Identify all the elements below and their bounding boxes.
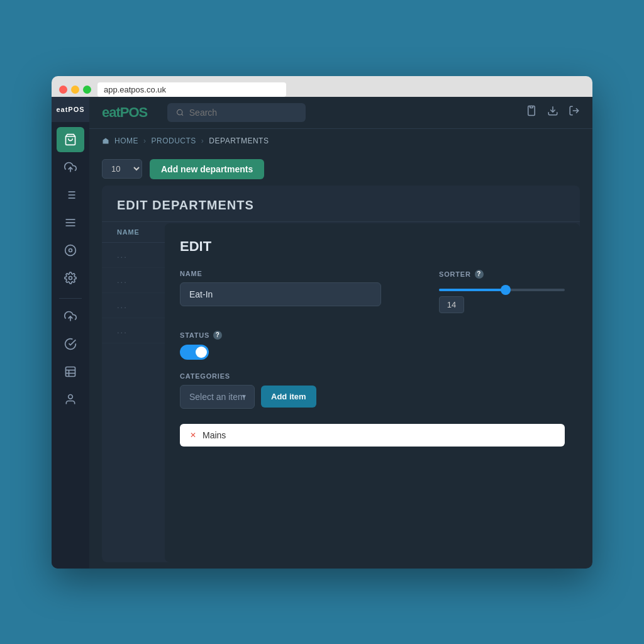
maximize-button[interactable]: [83, 86, 91, 94]
topbar: eatPOS: [89, 97, 592, 129]
page-body: EDIT DEPARTMENTS NAME SORTER STATUS CATE…: [102, 186, 580, 562]
breadcrumb-sep-1: ›: [143, 136, 147, 145]
sidebar-item-cloud2[interactable]: [57, 304, 84, 329]
name-sorter-row: NAME SORTER ?: [180, 270, 565, 318]
section-title: EDIT DEPARTMENTS: [102, 186, 580, 221]
edit-title: EDIT: [180, 238, 565, 255]
sorter-label: SORTER ?: [439, 270, 565, 279]
search-input[interactable]: [189, 108, 297, 118]
status-toggle[interactable]: [180, 345, 209, 360]
add-departments-button[interactable]: Add new departments: [150, 159, 264, 179]
sorter-help-icon[interactable]: ?: [475, 270, 484, 279]
breadcrumb-products[interactable]: PRODUCTS: [152, 136, 196, 145]
slider-fill: [439, 289, 508, 291]
breadcrumb-departments: DEPARTMENTS: [209, 136, 269, 145]
sidebar-item-settings[interactable]: [57, 265, 84, 291]
svg-point-12: [69, 248, 72, 252]
sidebar-divider: [59, 298, 82, 299]
slider-value: 14: [439, 296, 464, 313]
categories-label: CATEGORIES: [180, 372, 565, 380]
slider-thumb[interactable]: [501, 285, 511, 295]
svg-point-13: [69, 276, 72, 279]
address-bar[interactable]: app.eatpos.co.uk: [97, 82, 286, 97]
per-page-select[interactable]: 10 25 50 100: [102, 159, 142, 179]
categories-row: CATEGORIES Select an item ▼ Add item: [180, 372, 565, 447]
svg-rect-15: [66, 367, 75, 376]
slider-track: [439, 289, 565, 291]
breadcrumb-home[interactable]: HOME: [114, 136, 138, 145]
categories-select[interactable]: Select an item: [180, 385, 255, 409]
browser-window: app.eatpos.co.uk eatPOS: [52, 76, 592, 569]
status-group: STATUS ?: [180, 331, 222, 360]
sidebar-item-menu[interactable]: [57, 210, 84, 235]
app-logo: eatPOS: [102, 104, 147, 121]
svg-point-19: [69, 394, 73, 399]
sidebar: eatPOS: [52, 97, 89, 569]
sorter-group: SORTER ? 14: [439, 270, 565, 318]
svg-rect-22: [530, 106, 533, 108]
topbar-actions: [526, 105, 580, 119]
search-icon: [176, 108, 184, 117]
toggle-thumb: [196, 347, 207, 358]
sorter-slider[interactable]: 14: [439, 284, 565, 318]
app-container: eatPOS: [52, 97, 592, 569]
svg-line-21: [182, 114, 183, 115]
minimize-button[interactable]: [71, 86, 79, 94]
edit-panel: EDIT NAME SORTER ?: [165, 223, 580, 562]
close-button[interactable]: [59, 86, 67, 94]
search-bar-container: [167, 103, 306, 122]
sidebar-item-cart[interactable]: [57, 127, 84, 152]
logo-eat: eat: [102, 104, 120, 120]
mains-label: Mains: [203, 430, 226, 440]
categories-group: CATEGORIES Select an item ▼ Add item: [180, 372, 565, 447]
name-input[interactable]: [180, 282, 381, 306]
breadcrumb: HOME › PRODUCTS › DEPARTMENTS: [89, 129, 592, 153]
sidebar-item-list[interactable]: [57, 182, 84, 208]
logo-pos: POS: [120, 104, 147, 120]
name-label: NAME: [180, 270, 424, 277]
sidebar-brand: eatPOS: [52, 97, 89, 122]
toolbar-row: 10 25 50 100 Add new departments: [89, 153, 592, 186]
download-icon[interactable]: [547, 105, 558, 119]
remove-icon[interactable]: ✕: [190, 431, 196, 440]
add-item-button[interactable]: Add item: [261, 386, 316, 408]
traffic-lights: [59, 86, 91, 94]
svg-point-20: [177, 109, 182, 114]
browser-chrome: app.eatpos.co.uk: [52, 76, 592, 97]
mains-item: ✕ Mains: [180, 424, 565, 447]
clipboard-icon[interactable]: [526, 105, 537, 119]
categories-select-row: Select an item ▼ Add item: [180, 385, 565, 409]
sidebar-item-compass[interactable]: [57, 238, 84, 263]
logout-icon[interactable]: [569, 105, 580, 119]
name-group: NAME: [180, 270, 424, 306]
status-row: STATUS ?: [180, 331, 565, 360]
main-content: eatPOS: [89, 97, 592, 569]
sidebar-item-person[interactable]: [57, 387, 84, 412]
select-wrapper: Select an item ▼: [180, 385, 255, 409]
sidebar-item-table[interactable]: [57, 359, 84, 384]
breadcrumb-sep-2: ›: [201, 136, 204, 145]
svg-point-11: [65, 245, 76, 255]
sidebar-item-cloud-upload[interactable]: [57, 155, 84, 180]
toggle-track: [180, 345, 209, 360]
status-help-icon[interactable]: ?: [213, 331, 222, 340]
sidebar-item-check-circle[interactable]: [57, 331, 84, 357]
status-label: STATUS ?: [180, 331, 222, 340]
home-icon: [102, 137, 109, 145]
